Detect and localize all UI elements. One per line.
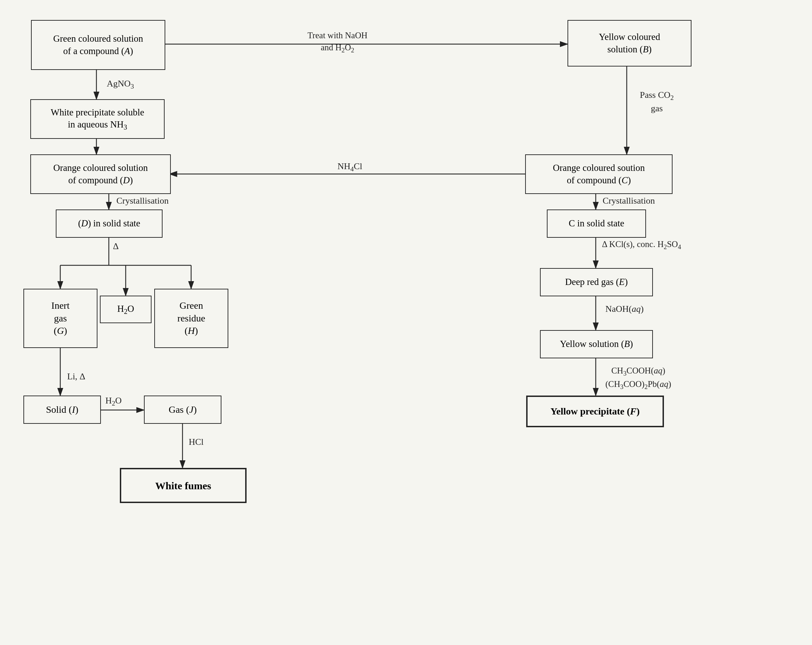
label-nh4cl: NH4Cl <box>337 161 362 173</box>
box-C-solid: C in solid state <box>547 209 646 238</box>
box-H-residue-label: Greenresidue(H) <box>177 300 205 337</box>
box-E-gas-label: Deep red gas (E) <box>565 276 628 288</box>
chemistry-diagram: Green coloured solutionof a compound (A)… <box>0 0 812 645</box>
label-delta-d: Δ <box>113 241 119 252</box>
label-agno3: AgNO3 <box>107 79 134 90</box>
label-ch3cooh: CH3COOH(aq)(CH3COO)2Pb(aq) <box>605 365 671 392</box>
box-C-solid-label: C in solid state <box>569 217 624 229</box>
box-white-fumes-label: White fumes <box>155 479 211 492</box>
box-G-gas: Inertgas(G) <box>23 289 98 348</box>
label-h2o-between: H2O <box>105 396 122 407</box>
box-D-solution-label: Orange coloured solutionof compound (D) <box>53 162 148 186</box>
box-J-gas-label: Gas (J) <box>169 404 197 416</box>
box-A-label: Green coloured solutionof a compound (A) <box>53 33 143 57</box>
label-delta-kcl: Δ KCl(s), conc. H2SO4 <box>602 240 681 251</box>
box-E-gas: Deep red gas (E) <box>540 268 653 296</box>
label-naoh-aq: NaOH(aq) <box>605 304 644 314</box>
box-white-fumes: White fumes <box>120 468 247 503</box>
box-C-solution-label: Orange coloured soutionof compound (C) <box>553 162 645 186</box>
box-I-solid-label: Solid (I) <box>46 404 78 416</box>
label-treat-naoh: Treat with NaOHand H2O2 <box>289 29 386 55</box>
box-G-gas-label: Inertgas(G) <box>51 300 70 337</box>
box-F-ppt-label: Yellow precipitate (F) <box>550 405 640 417</box>
box-D-solid-label: (D) in solid state <box>78 217 140 229</box>
box-H2O: H2O <box>100 296 151 323</box>
box-H2O-label: H2O <box>117 303 134 316</box>
box-I-solid: Solid (I) <box>23 396 101 424</box>
box-white-ppt: White precipitate solublein aqueous NH3 <box>30 99 165 139</box>
box-D-solution: Orange coloured solutionof compound (D) <box>30 154 171 194</box>
box-B-bottom-label: Yellow solution (B) <box>560 338 633 350</box>
box-B-bottom: Yellow solution (B) <box>540 330 653 358</box>
box-D-solid: (D) in solid state <box>56 209 163 238</box>
box-F-ppt: Yellow precipitate (F) <box>526 396 664 427</box>
box-H-residue: Greenresidue(H) <box>154 289 228 348</box>
box-white-ppt-label: White precipitate solublein aqueous NH3 <box>50 107 144 132</box>
box-B-top-label: Yellow colouredsolution (B) <box>599 31 660 55</box>
label-hcl: HCl <box>189 437 203 447</box>
label-crystallisation-d: Crystallisation <box>116 196 169 206</box>
box-J-gas: Gas (J) <box>144 396 221 424</box>
label-crystallisation-c: Crystallisation <box>603 196 655 206</box>
box-C-solution: Orange coloured soutionof compound (C) <box>525 154 673 194</box>
box-B-top: Yellow colouredsolution (B) <box>568 20 691 67</box>
label-pass-co2: Pass CO2gas <box>640 89 674 115</box>
label-li-delta: Li, Δ <box>67 371 85 382</box>
box-A: Green coloured solutionof a compound (A) <box>31 20 165 70</box>
